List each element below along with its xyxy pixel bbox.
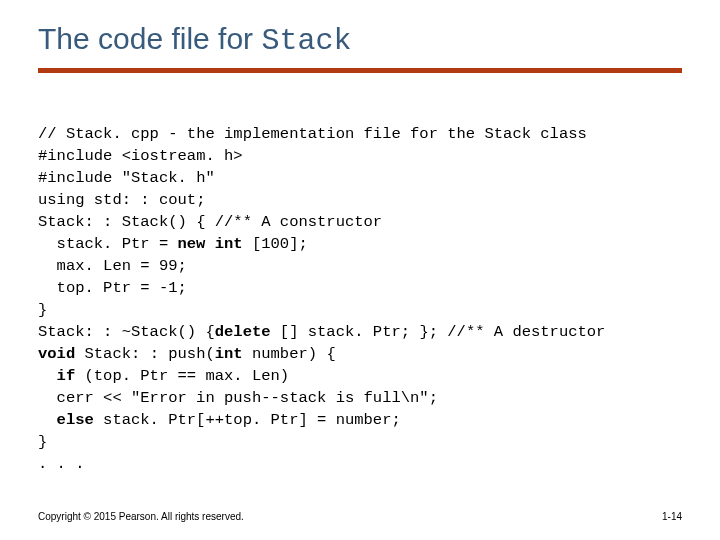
- code-line: #include "Stack. h": [38, 169, 215, 187]
- code-line: top. Ptr = -1;: [57, 279, 187, 297]
- title-prefix: The code file for: [38, 22, 261, 55]
- code-line: (top. Ptr == max. Len): [85, 367, 290, 385]
- code-keyword: else: [57, 411, 104, 429]
- title-underline: [38, 68, 682, 73]
- code-line: using std: : cout;: [38, 191, 205, 209]
- title-mono: Stack: [261, 24, 351, 58]
- code-line: number) {: [252, 345, 336, 363]
- footer: Copyright © 2015 Pearson. All rights res…: [38, 511, 682, 522]
- copyright: Copyright © 2015 Pearson. All rights res…: [38, 511, 244, 522]
- slide-title: The code file for Stack: [38, 22, 682, 58]
- code-line: Stack: : push(: [85, 345, 215, 363]
- code-line: }: [38, 301, 47, 319]
- code-line: cerr << "Error in push--stack is full\n"…: [57, 389, 438, 407]
- code-keyword: new int: [178, 235, 252, 253]
- code-block: // Stack. cpp - the implementation file …: [38, 101, 682, 475]
- code-keyword: if: [57, 367, 85, 385]
- code-line: Stack: : ~Stack() {: [38, 323, 215, 341]
- code-line: [] stack. Ptr; }; //** A destructor: [280, 323, 606, 341]
- code-line: stack. Ptr[++top. Ptr] = number;: [103, 411, 401, 429]
- slide: The code file for Stack // Stack. cpp - …: [0, 0, 720, 540]
- code-line: #include <iostream. h>: [38, 147, 243, 165]
- code-keyword: void: [38, 345, 85, 363]
- code-line: max. Len = 99;: [57, 257, 187, 275]
- page-number: 1-14: [662, 511, 682, 522]
- code-line: }: [38, 433, 47, 451]
- code-line: . . .: [38, 455, 85, 473]
- code-line: // Stack. cpp - the implementation file …: [38, 125, 587, 143]
- code-line: stack. Ptr =: [57, 235, 178, 253]
- code-keyword: delete: [215, 323, 280, 341]
- code-keyword: int: [215, 345, 252, 363]
- code-line: Stack: : Stack() { //** A constructor: [38, 213, 382, 231]
- code-line: [100];: [252, 235, 308, 253]
